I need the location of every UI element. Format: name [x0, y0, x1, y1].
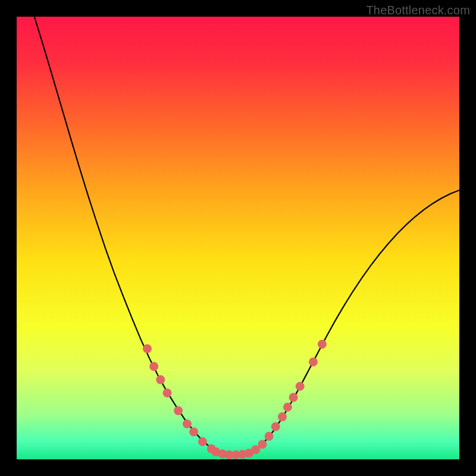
- data-point: [265, 432, 274, 441]
- data-point: [271, 422, 280, 431]
- data-point: [283, 403, 292, 412]
- data-point: [183, 419, 192, 428]
- data-point: [318, 340, 327, 349]
- data-point: [289, 393, 298, 402]
- data-point: [156, 375, 165, 384]
- data-point: [278, 412, 287, 421]
- plot-area: [17, 17, 459, 459]
- watermark-text: TheBottleneck.com: [366, 4, 470, 17]
- data-point: [258, 440, 267, 449]
- data-point: [296, 382, 305, 391]
- data-point: [162, 389, 171, 397]
- data-point: [143, 345, 152, 353]
- data-point: [309, 358, 318, 367]
- data-point: [189, 427, 198, 436]
- data-point: [198, 437, 207, 446]
- chart-frame: TheBottleneck.com: [0, 0, 476, 476]
- data-point: [174, 406, 183, 415]
- data-point: [149, 362, 158, 371]
- chart-svg: [17, 17, 459, 459]
